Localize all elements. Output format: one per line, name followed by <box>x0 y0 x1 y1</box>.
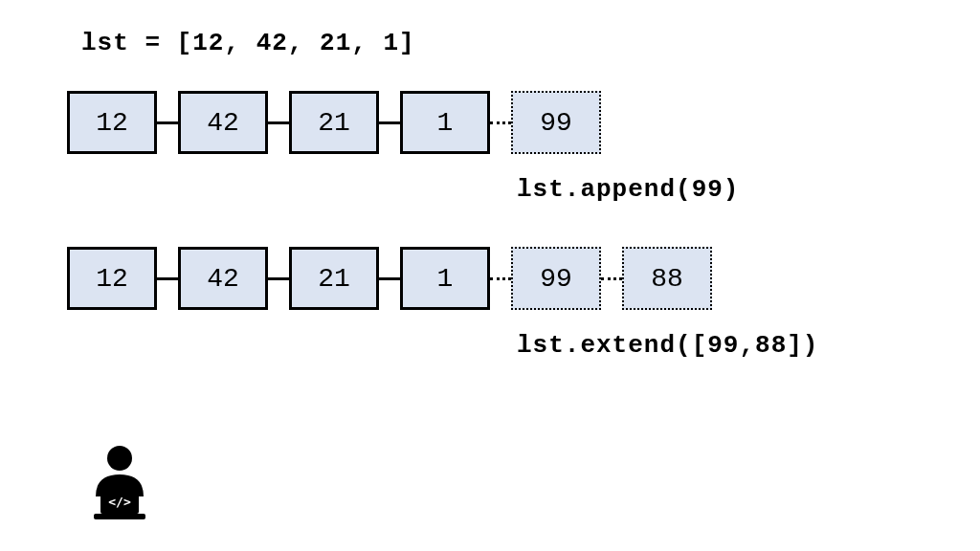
list-box: 21 <box>289 247 379 310</box>
connector-dotted <box>490 277 511 280</box>
extend-label: lst.extend([99,88]) <box>517 331 818 360</box>
list-box: 12 <box>67 91 157 154</box>
append-label: lst.append(99) <box>517 175 739 204</box>
connector <box>379 277 400 280</box>
svg-point-0 <box>107 446 132 471</box>
extend-row: 12 42 21 1 99 88 <box>67 247 712 310</box>
coder-icon: </> <box>81 441 158 527</box>
append-row: 12 42 21 1 99 <box>67 91 601 154</box>
list-box: 1 <box>400 247 490 310</box>
list-box: 1 <box>400 91 490 154</box>
list-box: 42 <box>178 91 268 154</box>
list-box: 42 <box>178 247 268 310</box>
appended-box: 99 <box>511 247 601 310</box>
appended-box: 88 <box>622 247 712 310</box>
connector <box>268 277 289 280</box>
svg-rect-2 <box>94 514 145 519</box>
connector <box>157 121 178 124</box>
connector <box>268 121 289 124</box>
list-box: 21 <box>289 91 379 154</box>
list-box: 12 <box>67 247 157 310</box>
list-declaration: lst = [12, 42, 21, 1] <box>81 29 415 57</box>
connector <box>157 277 178 280</box>
svg-text:</>: </> <box>108 495 131 509</box>
appended-box: 99 <box>511 91 601 154</box>
connector-dotted <box>490 121 511 124</box>
connector-dotted <box>601 277 622 280</box>
connector <box>379 121 400 124</box>
